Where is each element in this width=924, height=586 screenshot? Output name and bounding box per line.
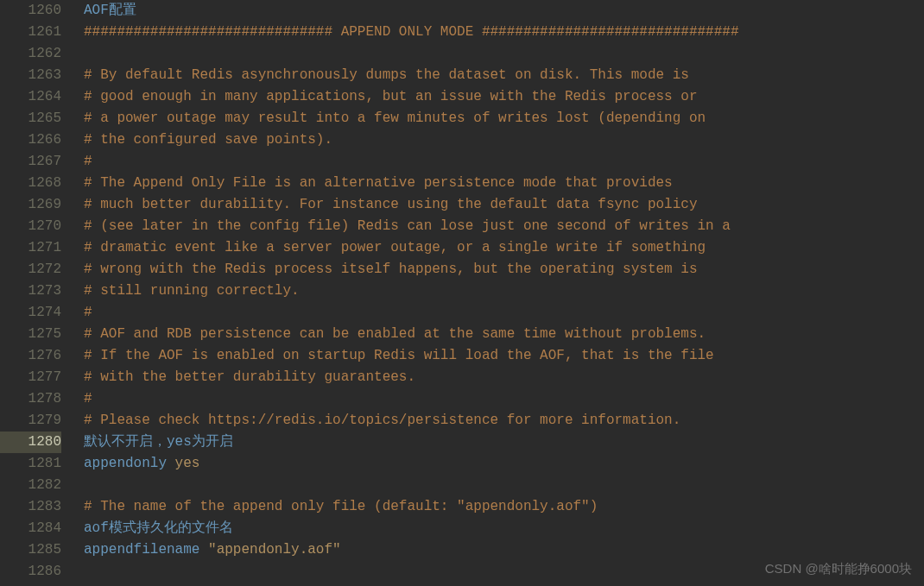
token-comment: # If the AOF is enabled on startup Redis… <box>84 348 714 363</box>
line-number: 1271 <box>0 237 61 259</box>
token-comment: # Please check https://redis.io/topics/p… <box>84 413 680 428</box>
token-comment: # By default Redis asynchronously dumps … <box>84 67 689 83</box>
token-comment: # the configured save points). <box>84 132 332 148</box>
token-comment: # <box>84 391 92 406</box>
token-keyword: 默认不开启，yes为开启 <box>84 434 233 450</box>
line-number-gutter: 1260126112621263126412651266126712681269… <box>0 0 73 586</box>
code-line[interactable]: # much better durability. For instance u… <box>84 194 924 216</box>
line-number: 1282 <box>0 475 61 496</box>
token-comment: ############################## APPEND ON… <box>84 24 739 40</box>
token-comment: # a power outage may result into a few m… <box>84 110 706 126</box>
code-line[interactable]: # <box>84 388 924 410</box>
line-number: 1279 <box>0 410 61 432</box>
code-line[interactable]: appendfilename "appendonly.aof" <box>84 539 924 561</box>
line-number: 1267 <box>0 151 61 173</box>
code-line[interactable]: AOF配置 <box>84 0 924 22</box>
token-comment: # (see later in the config file) Redis c… <box>84 218 731 234</box>
line-number: 1274 <box>0 302 61 324</box>
code-line[interactable]: ############################## APPEND ON… <box>84 22 924 43</box>
line-number: 1264 <box>0 86 61 108</box>
token-config: yes <box>167 456 199 471</box>
code-line[interactable]: # <box>84 302 924 324</box>
token-keyword: appendonly <box>84 456 167 471</box>
code-line[interactable] <box>84 475 924 496</box>
code-line[interactable]: # The Append Only File is an alternative… <box>84 173 924 194</box>
code-editor[interactable]: 1260126112621263126412651266126712681269… <box>0 0 924 586</box>
token-comment: # AOF and RDB persistence can be enabled… <box>84 326 706 342</box>
line-number: 1275 <box>0 324 61 345</box>
code-content[interactable]: AOF配置############################## APPE… <box>73 0 924 586</box>
line-number: 1260 <box>0 0 61 22</box>
line-number: 1262 <box>0 43 61 65</box>
line-number: 1285 <box>0 539 61 561</box>
code-line[interactable]: # with the better durability guarantees. <box>84 367 924 388</box>
code-line[interactable]: aof模式持久化的文件名 <box>84 518 924 539</box>
token-comment: # wrong with the Redis process itself ha… <box>84 261 698 277</box>
line-number: 1261 <box>0 22 61 43</box>
code-line[interactable]: # The name of the append only file (defa… <box>84 496 924 518</box>
token-comment: # <box>84 305 92 320</box>
code-line[interactable]: # If the AOF is enabled on startup Redis… <box>84 345 924 367</box>
code-line[interactable]: # Please check https://redis.io/topics/p… <box>84 410 924 432</box>
token-comment: # dramatic event like a server power out… <box>84 240 706 255</box>
line-number: 1272 <box>0 259 61 280</box>
code-line[interactable]: # <box>84 151 924 173</box>
line-number: 1283 <box>0 496 61 518</box>
code-line[interactable]: # the configured save points). <box>84 129 924 151</box>
token-comment: # with the better durability guarantees. <box>84 369 415 385</box>
code-line[interactable]: # still running correctly. <box>84 280 924 302</box>
line-number: 1276 <box>0 345 61 367</box>
line-number: 1281 <box>0 453 61 475</box>
line-number: 1265 <box>0 108 61 129</box>
code-line[interactable]: # a power outage may result into a few m… <box>84 108 924 129</box>
line-number: 1277 <box>0 367 61 388</box>
line-number: 1278 <box>0 388 61 410</box>
code-line[interactable] <box>84 561 924 583</box>
code-line[interactable]: # (see later in the config file) Redis c… <box>84 216 924 237</box>
line-number: 1266 <box>0 129 61 151</box>
token-comment: # much better durability. For instance u… <box>84 197 698 212</box>
line-number: 1263 <box>0 65 61 86</box>
line-number: 1269 <box>0 194 61 216</box>
token-comment: # good enough in many applications, but … <box>84 89 698 104</box>
token-keyword: aof模式持久化的文件名 <box>84 520 233 536</box>
token-comment: # <box>84 154 92 169</box>
token-string: "appendonly.aof" <box>199 542 340 558</box>
code-line[interactable]: # good enough in many applications, but … <box>84 86 924 108</box>
line-number: 1268 <box>0 173 61 194</box>
token-comment: # The name of the append only file (defa… <box>84 499 598 514</box>
line-number: 1280 <box>0 432 61 453</box>
token-comment: # The Append Only File is an alternative… <box>84 175 673 191</box>
line-number: 1286 <box>0 561 61 583</box>
code-line[interactable]: # AOF and RDB persistence can be enabled… <box>84 324 924 345</box>
code-line[interactable]: # dramatic event like a server power out… <box>84 237 924 259</box>
token-keyword: appendfilename <box>84 542 199 558</box>
line-number: 1270 <box>0 216 61 237</box>
line-number: 1284 <box>0 518 61 539</box>
line-number: 1273 <box>0 280 61 302</box>
code-line[interactable]: 默认不开启，yes为开启 <box>84 432 924 453</box>
token-comment: # still running correctly. <box>84 283 300 299</box>
code-line[interactable]: # wrong with the Redis process itself ha… <box>84 259 924 280</box>
code-line[interactable] <box>84 43 924 65</box>
code-line[interactable]: appendonly yes <box>84 453 924 475</box>
code-line[interactable]: # By default Redis asynchronously dumps … <box>84 65 924 86</box>
token-keyword: AOF配置 <box>84 3 136 18</box>
